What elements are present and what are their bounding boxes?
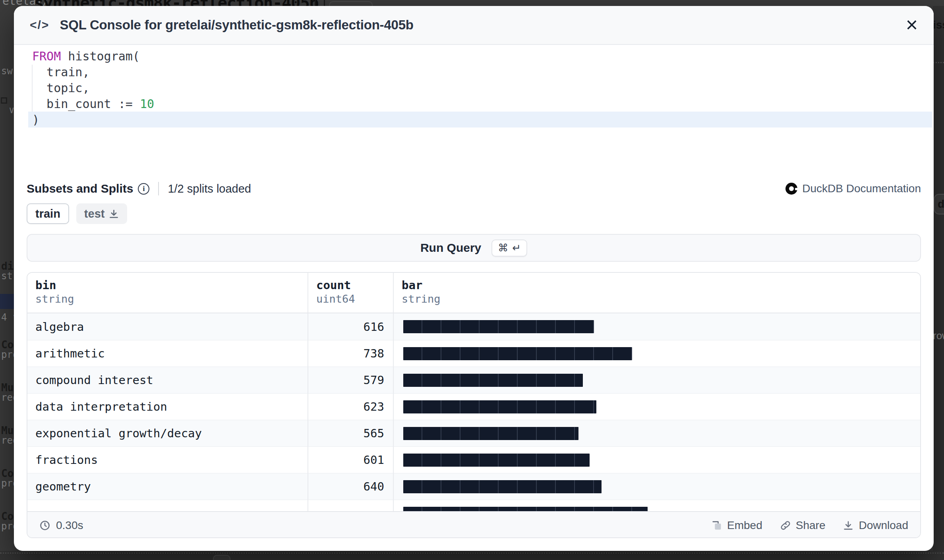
- table-row: geometry640: [27, 473, 920, 500]
- results-table-card: bin string count uint64 bar string algeb…: [27, 272, 921, 538]
- background-table-icon: [1, 97, 7, 104]
- code-line[interactable]: bin_count := 10: [28, 96, 932, 112]
- histogram-bar: [403, 347, 632, 360]
- background-text-fragment: req: [1, 392, 14, 403]
- cell-bin: exponential growth/decay: [27, 420, 308, 446]
- run-query-label: Run Query: [420, 241, 481, 255]
- background-selected-row-fragment: [0, 294, 14, 309]
- clock-icon: [39, 520, 50, 531]
- cell-bin: [27, 500, 308, 511]
- keyboard-shortcut-badge: ⌘↵: [491, 239, 527, 257]
- background-button-fragment: [213, 555, 230, 560]
- background-text-fragment: pro: [1, 349, 14, 360]
- histogram-bar: [403, 454, 590, 467]
- column-header-bin: bin string: [27, 273, 308, 313]
- code-line[interactable]: train,: [28, 64, 932, 80]
- histogram-bar: [403, 480, 602, 493]
- background-text-fragment: 4 ∨: [1, 312, 14, 323]
- code-line[interactable]: topic,: [28, 80, 932, 96]
- duckdb-documentation-link[interactable]: DuckDB Documentation: [785, 182, 921, 195]
- table-row: data interpretation623: [27, 393, 920, 420]
- background-text-fragment: pro: [1, 478, 14, 489]
- download-icon: [843, 520, 854, 531]
- code-icon: </>: [30, 18, 49, 32]
- table-header: bin string count uint64 bar string: [27, 273, 920, 313]
- background-text-fragment: pro: [1, 521, 14, 532]
- run-query-button[interactable]: Run Query ⌘↵: [27, 234, 921, 262]
- info-icon[interactable]: i: [138, 183, 149, 195]
- query-time: 0.30s: [39, 519, 83, 532]
- table-footer: 0.30s EmbedShareDownload: [27, 511, 920, 538]
- cell-count: 579: [308, 367, 393, 393]
- background-dashed-border: [0, 552, 944, 554]
- histogram-bar: [403, 400, 596, 413]
- background-dotted-line: [933, 62, 944, 63]
- subsets-splits-row: Subsets and Splits i 1/2 splits loaded D…: [27, 181, 921, 197]
- embed-button[interactable]: Embed: [711, 519, 762, 532]
- table-row-partial: [27, 500, 920, 511]
- cell-bar: [393, 313, 920, 340]
- cell-count: 565: [308, 420, 393, 446]
- cell-bin: geometry: [27, 473, 308, 500]
- cmd-icon: ⌘: [498, 242, 508, 254]
- return-icon: ↵: [512, 242, 521, 254]
- histogram-bar: [403, 507, 648, 511]
- splits-loaded-status: 1/2 splits loaded: [168, 182, 251, 195]
- table-row: exponential growth/decay565: [27, 420, 920, 446]
- histogram-bar: [403, 427, 578, 440]
- background-text-fragment: str: [1, 270, 14, 282]
- histogram-bar: [403, 374, 583, 387]
- share-icon: [780, 520, 791, 531]
- background-bottom-edge: [0, 551, 944, 560]
- cell-bin: compound interest: [27, 367, 308, 393]
- background-page-titlebar: etelai/ synthetic-gsm8k-reflection-405b: [0, 0, 944, 6]
- cell-count: [308, 500, 393, 511]
- background-text-fragment: issa: [933, 19, 944, 31]
- download-button[interactable]: Download: [843, 519, 908, 532]
- share-button[interactable]: Share: [780, 519, 826, 532]
- background-right-edge: issa d row: [933, 6, 944, 560]
- cell-bin: arithmetic: [27, 340, 308, 367]
- screen: etelai/ synthetic-gsm8k-reflection-405b …: [0, 0, 944, 560]
- indent-guide: [32, 65, 33, 112]
- cell-count: 616: [308, 313, 393, 340]
- background-text-fragment: sw: [1, 66, 13, 77]
- split-button-test[interactable]: test: [76, 203, 128, 224]
- table-row: compound interest579: [27, 367, 920, 393]
- cell-bin: data interpretation: [27, 394, 308, 420]
- cell-bar: [393, 447, 920, 473]
- table-row: arithmetic738: [27, 340, 920, 367]
- background-button-fragment: d: [934, 194, 944, 214]
- background-left-edge: sw∨difstr4 ∨ComproMulreqMulreqComproComp…: [0, 6, 14, 560]
- divider: [158, 182, 159, 195]
- modal-header: </> SQL Console for gretelai/synthetic-g…: [14, 6, 934, 45]
- cell-bar: [393, 340, 920, 367]
- cell-bin: algebra: [27, 313, 308, 340]
- background-text-fragment: req: [1, 435, 14, 446]
- cell-bin: fractions: [27, 447, 308, 473]
- split-button-train[interactable]: train: [27, 203, 69, 224]
- subsets-splits-title: Subsets and Splits: [27, 182, 133, 195]
- copy-icon: [315, 0, 325, 6]
- duckdb-logo-icon: [785, 183, 797, 195]
- column-header-count: count uint64: [308, 273, 393, 313]
- cell-bar: [393, 500, 920, 511]
- table-row: fractions601: [27, 446, 920, 473]
- cell-bar: [393, 367, 920, 393]
- cell-bar: [393, 420, 920, 446]
- embed-icon: [711, 520, 722, 531]
- close-icon[interactable]: ×: [906, 17, 918, 33]
- background-text-fragment: row: [933, 330, 944, 342]
- modal-title: SQL Console for gretelai/synthetic-gsm8k…: [60, 17, 413, 33]
- cell-count: 640: [308, 473, 393, 500]
- download-icon: [108, 209, 119, 219]
- table-row: algebra616: [27, 313, 920, 340]
- cell-count: 623: [308, 394, 393, 420]
- sql-editor[interactable]: FROM histogram( train, topic, bin_count …: [28, 48, 932, 127]
- background-like-button-fragment: [329, 1, 373, 6]
- split-buttons: traintest: [27, 203, 127, 224]
- cell-bar: [393, 473, 920, 500]
- table-body[interactable]: algebra616arithmetic738compound interest…: [27, 313, 920, 511]
- code-line[interactable]: ): [28, 112, 932, 127]
- code-line[interactable]: FROM histogram(: [28, 48, 932, 64]
